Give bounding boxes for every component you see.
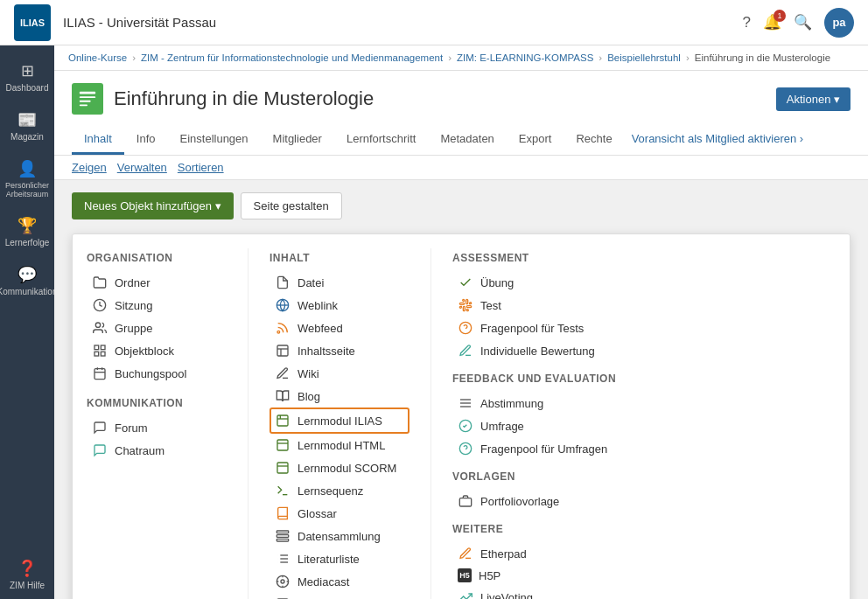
tab-export[interactable]: Export <box>507 125 564 155</box>
dropdown-item-datei[interactable]: Datei <box>270 271 410 294</box>
glossar-icon <box>275 505 290 521</box>
add-object-button[interactable]: Neues Objekt hinzufügen ▾ <box>72 192 234 219</box>
dropdown-item-lernsequenz[interactable]: Lernsequenz <box>270 479 410 502</box>
dropdown-item-glossar[interactable]: Glossar <box>270 502 410 525</box>
breadcrumb-sep-1: › <box>132 52 136 63</box>
dropdown-item-blog[interactable]: Blog <box>270 385 410 407</box>
breadcrumb-online-kurse[interactable]: Online-Kurse <box>68 52 127 63</box>
col-divider-1 <box>248 248 248 599</box>
dropdown-item-fragenpool-umfragen[interactable]: Fragenpool für Umfragen <box>452 437 616 460</box>
dropdown-item-lernmodul-ilias[interactable]: Lernmodul ILIAS <box>270 407 410 434</box>
communication-icon: 💬 <box>18 265 37 284</box>
main-content: Online-Kurse › ZIM - Zentrum für Informa… <box>54 45 868 599</box>
dropdown-item-sitzung[interactable]: Sitzung <box>87 294 227 317</box>
sidebar-item-arbeitsraum[interactable]: 👤 Persönlicher Arbeitsraum <box>0 150 54 207</box>
page-title: Einführung in die Musterologie <box>114 87 374 110</box>
file-icon <box>275 275 290 290</box>
dropdown-item-etherpad[interactable]: Etherpad <box>452 542 616 565</box>
dropdown-item-lernmodul-scorm[interactable]: Lernmodul SCORM <box>270 456 410 479</box>
edit-page-button[interactable]: Seite gestalten <box>241 192 342 219</box>
dropdown-item-wiki[interactable]: Wiki <box>270 362 410 385</box>
breadcrumb-lehrstuhl[interactable]: Beispiellehrstuhl <box>607 52 681 63</box>
svg-rect-48 <box>459 498 471 506</box>
dropdown-item-livevoting[interactable]: LiveVoting <box>452 586 616 599</box>
dropdown-item-weblink[interactable]: Weblink <box>270 294 410 317</box>
literaturliste-icon <box>275 551 290 567</box>
top-nav-icons: ? 🔔 1 🔍 pa <box>743 8 854 38</box>
sidebar-item-label: Magazin <box>10 132 44 142</box>
sidebar-item-magazin[interactable]: 📰 Magazin <box>0 101 54 150</box>
dropdown-col-organisation: Organisation Ordner Sitzung <box>87 248 227 599</box>
svg-rect-17 <box>277 345 288 356</box>
search-button[interactable]: 🔍 <box>794 13 812 31</box>
mediacast-icon <box>275 574 290 589</box>
sidebar-item-dashboard[interactable]: ⊞ Dashboard <box>0 52 54 101</box>
wiki-icon <box>275 366 290 381</box>
tab-info[interactable]: Info <box>124 125 168 155</box>
subtab-sortieren[interactable]: Sortieren <box>178 161 224 174</box>
tab-einstellungen[interactable]: Einstellungen <box>168 125 261 155</box>
notifications-button[interactable]: 🔔 1 <box>763 13 781 31</box>
blog-icon <box>275 388 290 404</box>
main-layout: ⊞ Dashboard 📰 Magazin 👤 Persönlicher Arb… <box>0 45 868 599</box>
breadcrumb-sep-4: › <box>686 52 690 63</box>
breadcrumb-zim[interactable]: ZIM - Zentrum für Informationstechnologi… <box>141 52 443 63</box>
zim-hilfe-icon: ❓ <box>18 559 37 578</box>
tab-lernfortschritt[interactable]: Lernfortschritt <box>334 125 428 155</box>
dropdown-item-chatraum[interactable]: Chatraum <box>87 439 227 462</box>
dropdown-item-webfeed[interactable]: Webfeed <box>270 317 410 339</box>
subtab-verwalten[interactable]: Verwalten <box>117 161 167 174</box>
umfrage-icon <box>458 418 473 434</box>
dropdown-item-ordner[interactable]: Ordner <box>87 271 227 294</box>
folder-icon <box>92 275 108 290</box>
dropdown-item-gruppe[interactable]: Gruppe <box>87 317 227 339</box>
page-title-left: Einführung in die Musterologie <box>72 83 374 115</box>
dropdown-item-lernmodul-html[interactable]: Lernmodul HTML <box>270 434 410 456</box>
dropdown-item-inhaltsseite[interactable]: Inhaltsseite <box>270 339 410 362</box>
dropdown-item-abstimmung[interactable]: Abstimmung <box>452 392 616 414</box>
site-title: ILIAS - Universität Passau <box>63 15 743 30</box>
subtab-zeigen[interactable]: Zeigen <box>72 161 107 174</box>
dropdown-item-test[interactable]: Test <box>452 294 616 317</box>
breadcrumb-kompass[interactable]: ZIM: E-LEARNING-KOMPASS <box>457 52 593 63</box>
tab-metadaten[interactable]: Metadaten <box>428 125 506 155</box>
sidebar-item-kommunikation[interactable]: 💬 Kommunikation <box>0 256 54 305</box>
tab-inhalt[interactable]: Inhalt <box>72 125 124 155</box>
tab-mitglieder[interactable]: Mitglieder <box>261 125 334 155</box>
lernsequenz-icon <box>275 483 290 498</box>
dropdown-item-portfoliovorlage[interactable]: Portfoliovorlage <box>452 490 616 512</box>
dropdown-item-fragenpool-tests[interactable]: Fragenpool für Tests <box>452 317 616 339</box>
help-button[interactable]: ? <box>743 14 751 31</box>
dropdown-item-uebung[interactable]: Übung <box>452 271 616 294</box>
svg-rect-6 <box>94 345 99 350</box>
sidebar-item-lernerfolge[interactable]: 🏆 Lernerfolge <box>0 207 54 256</box>
tab-voransicht[interactable]: Voransicht als Mitglied aktivieren › <box>625 125 811 155</box>
forum-icon <box>92 420 108 435</box>
sidebar-item-zim-hilfe[interactable]: ❓ ZIM Hilfe <box>0 550 54 599</box>
dropdown-item-bewertung[interactable]: Individuelle Bewertung <box>452 339 616 362</box>
user-avatar[interactable]: pa <box>824 8 854 38</box>
dropdown-item-literaturliste[interactable]: Literaturliste <box>270 547 410 570</box>
dropdown-item-datensammlung[interactable]: Datensammlung <box>270 525 410 547</box>
dropdown-item-mediacast[interactable]: Mediacast <box>270 570 410 593</box>
dropdown-item-buchungspool[interactable]: Buchungspool <box>87 362 227 385</box>
tab-rechte[interactable]: Rechte <box>564 125 624 155</box>
dropdown-item-forum[interactable]: Forum <box>87 416 227 439</box>
block-icon <box>92 343 108 359</box>
webfeed-icon <box>275 320 290 336</box>
svg-rect-1 <box>80 96 95 98</box>
dropdown-item-objektblock[interactable]: Objektblock <box>87 339 227 362</box>
svg-rect-9 <box>101 352 105 356</box>
dropdown-item-umfrage[interactable]: Umfrage <box>452 414 616 437</box>
notification-badge: 1 <box>774 10 786 22</box>
dropdown-item-medienpool[interactable]: Medienpool <box>270 593 410 599</box>
svg-rect-29 <box>276 535 288 538</box>
magazin-icon: 📰 <box>18 110 37 129</box>
vorlagen-section-title: Vorlagen <box>452 470 616 483</box>
dashboard-icon: ⊞ <box>21 61 34 80</box>
svg-rect-30 <box>276 539 288 541</box>
svg-rect-3 <box>80 104 88 106</box>
dropdown-item-h5p[interactable]: H5 H5P <box>452 565 616 586</box>
aktionen-button[interactable]: Aktionen ▾ <box>776 87 850 111</box>
sub-tabs: Zeigen Verwalten Sortieren <box>54 156 868 180</box>
